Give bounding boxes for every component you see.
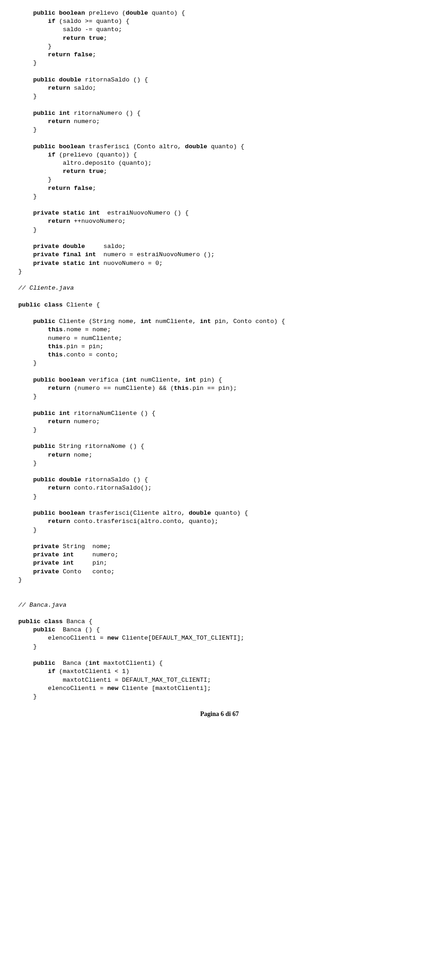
page-footer: Pagina 6 di 67 bbox=[18, 710, 421, 719]
code-listing: public boolean prelievo (double quanto) … bbox=[18, 9, 421, 701]
